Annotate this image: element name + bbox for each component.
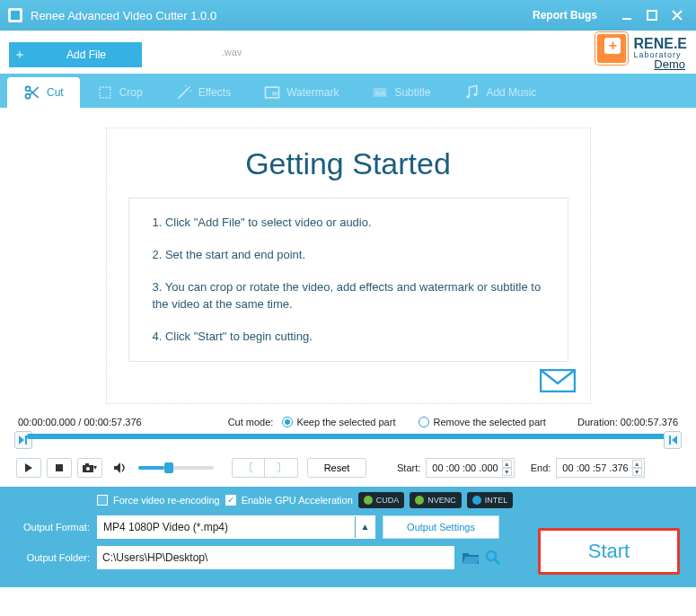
brand-name: RENE.E	[633, 38, 687, 50]
tab-crop[interactable]: Crop	[80, 77, 159, 108]
add-file-button[interactable]: ＋ Add File	[9, 42, 142, 67]
start-spin-up[interactable]: ▲	[502, 460, 512, 468]
gpu-accel-checkbox[interactable]: ✓	[225, 495, 236, 506]
radio-keep-selected[interactable]	[282, 417, 293, 427]
start-button[interactable]: Start	[538, 528, 680, 575]
svg-rect-10	[100, 87, 110, 98]
add-file-label: Add File	[31, 48, 142, 61]
svg-line-33	[495, 559, 499, 564]
start-time-input[interactable]: 00 :00 :00 .000 ▲▼	[426, 458, 514, 478]
playback-controls: ▾ 〔 〕 Reset Start: 00 :00 :00 .000 ▲▼ En…	[14, 456, 682, 487]
step-4: 4. Click "Start" to begin cutting.	[153, 329, 544, 345]
gpu-accel-label: Enable GPU Acceleration	[242, 495, 353, 506]
tab-watermark-label: Watermark	[286, 86, 339, 99]
watermark-icon	[263, 84, 281, 101]
gpu-intel-badge: INTEL	[467, 492, 514, 508]
tab-add-music[interactable]: Add Music	[446, 77, 552, 108]
tab-subtitle[interactable]: SUB Subtitle	[355, 77, 446, 108]
force-reencode-checkbox[interactable]	[97, 495, 108, 506]
timeline-end-handle[interactable]	[664, 431, 682, 449]
time-info-row: 00:00:00.000 / 00:00:57.376 Cut mode: Ke…	[14, 413, 682, 429]
browse-folder-icon[interactable]	[485, 550, 501, 566]
svg-rect-24	[669, 436, 671, 444]
toolbar: ＋ Add File .wav	[0, 31, 696, 74]
tab-watermark[interactable]: Watermark	[247, 77, 355, 108]
crop-icon	[96, 84, 114, 101]
output-folder-input[interactable]: C:\Users\HP\Desktop\	[97, 546, 454, 569]
svg-rect-27	[56, 464, 63, 471]
getting-started-steps: 1. Click "Add File" to select video or a…	[128, 198, 568, 362]
output-format-label: Output Format:	[11, 522, 90, 532]
current-filename: .wav	[151, 47, 313, 57]
snapshot-button[interactable]: ▾	[77, 458, 102, 478]
svg-marker-25	[672, 436, 677, 444]
svg-rect-16	[272, 92, 278, 95]
svg-point-19	[467, 95, 470, 98]
volume-button[interactable]	[108, 458, 133, 478]
cut-mode-label: Cut mode:	[228, 417, 274, 427]
position-total: 00:00:00.000 / 00:00:57.376	[18, 417, 142, 427]
svg-point-13	[185, 85, 187, 87]
remove-selected-label: Remove the selected part	[433, 417, 545, 427]
timeline-track[interactable]	[27, 434, 669, 439]
mark-out-button[interactable]: 〕	[265, 459, 297, 477]
tab-effects[interactable]: Effects	[159, 77, 247, 108]
gpu-nvenc-badge: NVENC	[410, 492, 462, 508]
encoding-options-row: Force video re-encoding ✓ Enable GPU Acc…	[97, 492, 685, 508]
output-folder-label: Output Folder:	[11, 552, 90, 563]
end-spin-down[interactable]: ▼	[632, 468, 642, 476]
play-button[interactable]	[16, 458, 41, 478]
volume-slider[interactable]	[138, 466, 214, 470]
timeline[interactable]	[14, 431, 682, 453]
force-reencode-label: Force video re-encoding	[113, 495, 220, 506]
getting-started-title: Getting Started	[107, 146, 590, 181]
stage: Getting Started 1. Click "Add File" to s…	[0, 128, 696, 487]
output-format-value: MP4 1080P Video (*.mp4)	[103, 521, 228, 533]
end-spin-up[interactable]: ▲	[632, 460, 642, 468]
wand-icon	[175, 84, 193, 101]
maximize-button[interactable]	[640, 5, 664, 25]
minimize-button[interactable]	[615, 5, 639, 25]
tab-addmusic-label: Add Music	[486, 86, 536, 99]
end-time-label: End:	[531, 462, 551, 473]
reset-button[interactable]: Reset	[307, 458, 366, 478]
tab-cut-label: Cut	[47, 86, 64, 99]
mark-in-button[interactable]: 〔	[233, 459, 265, 477]
svg-marker-31	[114, 462, 120, 473]
demo-link[interactable]: Demo	[654, 57, 685, 71]
svg-point-12	[189, 86, 190, 88]
subtitle-icon: SUB	[371, 84, 389, 101]
plus-icon: ＋	[9, 47, 31, 63]
close-button[interactable]	[665, 5, 689, 25]
stop-button[interactable]	[47, 458, 72, 478]
step-2: 2. Set the start and end point.	[153, 247, 544, 263]
tab-cut[interactable]: Cut	[7, 77, 80, 108]
svg-point-30	[86, 467, 90, 471]
feedback-icon[interactable]	[107, 369, 590, 396]
mark-in-out: 〔 〕	[232, 458, 298, 478]
tab-effects-label: Effects	[198, 86, 231, 99]
svg-marker-26	[25, 463, 32, 472]
report-bugs-link[interactable]: Report Bugs	[533, 9, 597, 22]
start-spin-down[interactable]: ▼	[502, 468, 512, 476]
start-time-value: 00 :00 :00 .000	[432, 462, 498, 473]
app-icon	[7, 7, 23, 23]
music-icon	[463, 84, 480, 101]
end-time-value: 00 :00 :57 .376	[562, 462, 628, 473]
svg-point-20	[474, 93, 477, 96]
svg-line-11	[178, 88, 189, 99]
output-format-combo[interactable]: MP4 1080P Video (*.mp4) ▲	[97, 515, 375, 539]
duration-value: 00:00:57.376	[621, 417, 678, 427]
getting-started-panel: Getting Started 1. Click "Add File" to s…	[106, 128, 591, 404]
output-settings-button[interactable]: Output Settings	[383, 515, 499, 539]
app-title: Renee Advanced Video Cutter 1.0.0	[31, 9, 216, 22]
scissors-icon	[23, 84, 41, 101]
radio-remove-selected[interactable]	[418, 417, 429, 427]
end-time-input[interactable]: 00 :00 :57 .376 ▲▼	[556, 458, 644, 478]
step-3: 3. You can crop or rotate the video, add…	[153, 279, 544, 312]
open-folder-icon[interactable]	[462, 550, 480, 566]
tab-crop-label: Crop	[119, 86, 143, 99]
duration-label: Duration:	[577, 417, 618, 427]
start-time-label: Start:	[397, 462, 420, 473]
svg-rect-29	[85, 463, 89, 466]
